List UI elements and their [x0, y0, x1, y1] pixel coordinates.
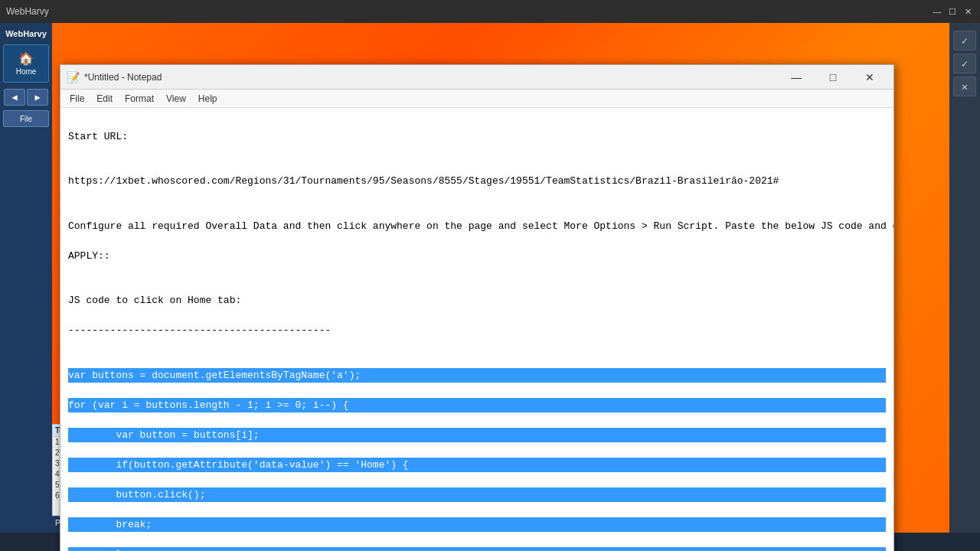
notepad-content[interactable]: Start URL: https://1xbet.whoscored.com/R… [60, 108, 893, 551]
notepad-win-controls: — □ ✕ [779, 67, 887, 87]
line-1: Start URL: [68, 129, 886, 145]
notepad-maximize-button[interactable]: □ [815, 67, 851, 87]
minimize-button[interactable]: — [931, 5, 943, 18]
line-17: } [68, 547, 886, 552]
notepad-minimize-button[interactable]: — [779, 67, 814, 87]
webharvy-window: WebHarvy — ☐ ✕ WebHarvy 🏠 Home ◀ ▶ File … [0, 0, 980, 551]
notepad-title: *Untitled - Notepad [84, 72, 162, 83]
close-button[interactable]: ✕ [962, 5, 974, 18]
line-16: break; [68, 517, 886, 533]
notepad-titlebar: 📝 *Untitled - Notepad — □ ✕ [60, 65, 893, 90]
menu-format[interactable]: Format [119, 92, 160, 106]
outer-win-controls: — ☐ ✕ [931, 5, 974, 18]
notepad-title-left: 📝 *Untitled - Notepad [67, 71, 162, 83]
line-3: https://1xbet.whoscored.com/Regions/31/T… [68, 174, 886, 189]
home-icon: 🏠 [18, 51, 34, 66]
menu-view[interactable]: View [160, 92, 192, 106]
back-button[interactable]: ◀ [4, 89, 25, 106]
maximize-button[interactable]: ☐ [946, 5, 959, 18]
right-actions: ✓ ✓ ✕ [949, 23, 980, 551]
outer-titlebar: WebHarvy — ☐ ✕ [0, 0, 980, 23]
action-check-1[interactable]: ✓ [953, 31, 976, 51]
line-8: JS code to click on Home tab: [68, 293, 886, 308]
notepad-icon: 📝 [67, 71, 80, 83]
menu-file[interactable]: File [64, 92, 90, 106]
outer-titlebar-left: WebHarvy [6, 6, 49, 17]
arrow-btns: ◀ ▶ [4, 89, 48, 106]
action-close[interactable]: ✕ [953, 77, 976, 96]
forward-button[interactable]: ▶ [27, 89, 48, 106]
notepad-window: 📝 *Untitled - Notepad — □ ✕ File Edit Fo… [60, 64, 894, 551]
sidebar-logo: WebHarvy [4, 26, 48, 41]
webharvy-logo: WebHarvy [6, 6, 49, 17]
sidebar-home-btn[interactable]: 🏠 Home [3, 44, 49, 83]
line-5: Configure all required Overall Data and … [68, 219, 886, 234]
menu-help[interactable]: Help [192, 92, 224, 106]
line-9: ----------------------------------------… [68, 323, 886, 338]
sidebar: WebHarvy 🏠 Home ◀ ▶ File [0, 23, 52, 551]
line-13: var button = buttons[i]; [68, 428, 886, 443]
outer-content: WebHarvy 🏠 Home ◀ ▶ File 1XBET Proxy [OF… [0, 23, 980, 551]
notepad-menubar: File Edit Format View Help [60, 90, 893, 108]
line-11: var buttons = document.getElementsByTagN… [68, 368, 886, 383]
line-14: if(button.getAttribute('data-value') == … [68, 458, 886, 473]
notepad-close-button[interactable]: ✕ [852, 67, 887, 87]
line-6: APPLY:: [68, 249, 886, 264]
action-check-2[interactable]: ✓ [953, 54, 976, 73]
file-button[interactable]: File [3, 110, 49, 127]
home-label: Home [16, 67, 37, 76]
menu-edit[interactable]: Edit [90, 92, 119, 106]
line-12: for (var i = buttons.length - 1; i >= 0;… [68, 398, 886, 413]
line-15: button.click(); [68, 487, 886, 503]
